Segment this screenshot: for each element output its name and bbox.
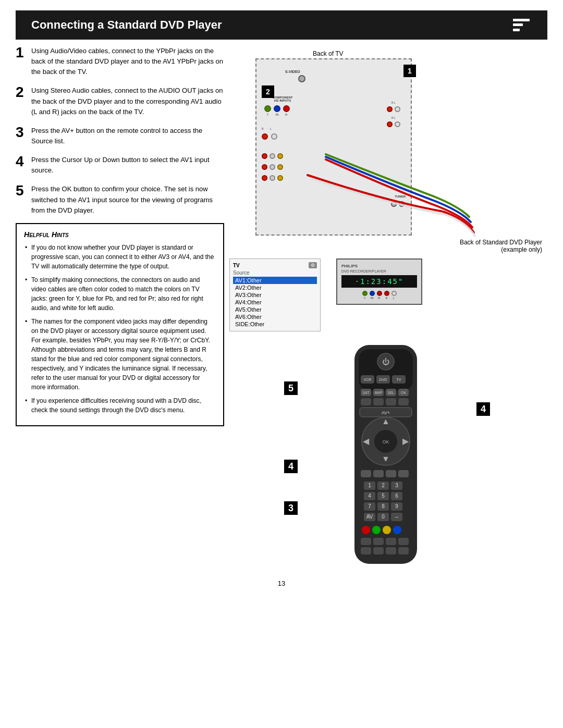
svg-text:OK: OK <box>382 439 389 445</box>
hint-1: If you do not know whether your DVD play… <box>24 243 216 271</box>
hints-title-text: Helpful Hints <box>24 230 69 239</box>
svg-rect-32 <box>373 470 384 477</box>
svg-rect-68 <box>373 547 384 554</box>
hints-title: Helpful Hints <box>24 230 216 239</box>
step-3: 3 Press the AV+ button on the remote con… <box>16 125 224 146</box>
step-4-number: 4 <box>16 154 31 170</box>
svg-text:VCR: VCR <box>364 378 372 381</box>
hint-4: If you experience difficulties receiving… <box>24 396 216 415</box>
svg-rect-69 <box>386 547 396 554</box>
step-1-number: 1 <box>16 45 31 61</box>
source-label-icon: ⚙ <box>309 262 317 268</box>
component-jacks: Y Pb Pr <box>264 105 290 116</box>
svg-point-62 <box>393 526 401 534</box>
source-item-av3: AV3:Other <box>233 291 317 299</box>
step-4-badge-remote-bottom: 4 <box>284 460 298 473</box>
svg-text:AV+: AV+ <box>382 410 390 415</box>
svg-rect-33 <box>386 470 396 477</box>
svg-text:▲: ▲ <box>382 417 390 426</box>
svg-rect-64 <box>373 538 384 545</box>
source-menu: TV ⚙ Source AV1:Other AV2:Other AV3:Othe… <box>229 258 321 331</box>
svg-point-59 <box>362 526 370 534</box>
svg-text:8: 8 <box>382 503 385 509</box>
svg-text:4: 4 <box>368 493 371 499</box>
page-title: Connecting a Standard DVD Player <box>31 18 222 32</box>
svg-rect-65 <box>386 538 396 545</box>
svg-text:DVD: DVD <box>380 378 387 381</box>
svg-text:5: 5 <box>382 493 385 499</box>
svg-rect-67 <box>361 547 371 554</box>
svg-text:AMP: AMP <box>374 391 383 394</box>
source-item-side: SIDE:Other <box>233 320 317 328</box>
source-item-av5: AV5:Other <box>233 306 317 313</box>
svg-rect-31 <box>361 470 371 477</box>
svg-text:3: 3 <box>395 483 398 488</box>
remote-section: 5 4 4 3 ⏻ <box>224 340 547 569</box>
right-jacks: R L R L <box>387 101 400 127</box>
svg-point-61 <box>383 526 391 534</box>
svg-rect-70 <box>398 547 409 554</box>
svg-rect-20 <box>386 398 396 405</box>
svg-rect-21 <box>398 398 409 405</box>
svg-text:SEL: SEL <box>387 391 394 394</box>
svg-text:7: 7 <box>368 503 371 509</box>
step-3-number: 3 <box>16 125 31 141</box>
svg-rect-66 <box>398 538 409 545</box>
step-5-badge-remote: 5 <box>284 381 298 395</box>
svg-rect-19 <box>373 398 384 405</box>
step-2: 2 Using Stereo Audio cables, connect to … <box>16 84 224 117</box>
step-3-badge-remote: 3 <box>284 501 298 515</box>
step-4: 4 Press the Cursor Up or Down button to … <box>16 154 224 176</box>
step-4-badge-remote-top: 4 <box>476 402 490 416</box>
svg-text:◀: ◀ <box>363 437 370 446</box>
dvd-device: PHILIPS DVD RECORDER/PLAYER ·1:23:45" Y … <box>336 258 422 305</box>
source-menu-container: TV ⚙ Source AV1:Other AV2:Other AV3:Othe… <box>229 258 321 331</box>
svg-text:9: 9 <box>395 503 398 509</box>
step-5: 5 Press the OK button to confirm your ch… <box>16 183 224 215</box>
source-item-av1: AV1:Other <box>233 277 317 284</box>
left-column: 1 Using Audio/Video cables, connect to t… <box>16 45 224 569</box>
remote-svg: ⏻ VCR DVD TV SAT AMP SEL OK <box>334 340 438 569</box>
step-4-text: Press the Cursor Up or Down button to se… <box>31 154 224 176</box>
tv-label: TV <box>233 263 240 268</box>
source-item-av6: AV6:Other <box>233 313 317 320</box>
svg-text:1: 1 <box>368 483 371 488</box>
hint-3: The names for the component video jacks … <box>24 317 216 392</box>
source-item-av2: AV2:Other <box>233 284 317 291</box>
svg-rect-34 <box>398 470 409 477</box>
hint-2: To simplify making connections, the conn… <box>24 275 216 313</box>
step-1-badge: 1 <box>403 65 416 77</box>
source-label: Source <box>233 270 317 276</box>
svg-text:AV: AV <box>366 514 373 520</box>
tuner-jacks <box>391 201 405 207</box>
step-1-text: Using Audio/Video cables, connect to the… <box>31 45 224 77</box>
right-column: Back of TV 2 1 S-VIDEO COMPONENTHD INPUT… <box>224 45 547 569</box>
svg-text:0: 0 <box>382 514 385 520</box>
multi-av-jacks <box>262 153 283 181</box>
svg-text:–: – <box>395 514 398 520</box>
source-menu-header: TV ⚙ <box>233 262 317 268</box>
av1-jacks: R L <box>262 127 277 140</box>
svg-text:SAT: SAT <box>362 391 370 394</box>
svg-text:2: 2 <box>382 483 385 488</box>
svg-text:OK: OK <box>401 391 406 394</box>
step-1: 1 Using Audio/Video cables, connect to t… <box>16 45 224 77</box>
svg-text:▶: ▶ <box>402 437 409 446</box>
svideo-label: S-VIDEO <box>285 70 300 73</box>
step-3-text: Press the AV+ button on the remote contr… <box>31 125 224 146</box>
dvd-brand: PHILIPS <box>341 264 417 268</box>
step-5-text: Press the OK button to confirm your choi… <box>31 183 224 215</box>
svideo-jack <box>298 75 305 82</box>
svg-rect-63 <box>361 538 371 545</box>
svg-text:TV: TV <box>397 378 401 381</box>
connections-icon <box>511 16 532 34</box>
page-number: 13 <box>0 579 563 587</box>
svg-text:⏻: ⏻ <box>382 357 389 366</box>
step-5-number: 5 <box>16 183 31 199</box>
svg-text:6: 6 <box>395 493 398 499</box>
dvd-subtitle: DVD RECORDER/PLAYER <box>341 269 417 273</box>
step-2-badge: 2 <box>262 85 274 98</box>
back-of-dvd-label: Back of Standard DVD Player (example onl… <box>224 239 547 253</box>
svg-rect-18 <box>361 398 371 405</box>
source-item-av4: AV4:Other <box>233 299 317 306</box>
